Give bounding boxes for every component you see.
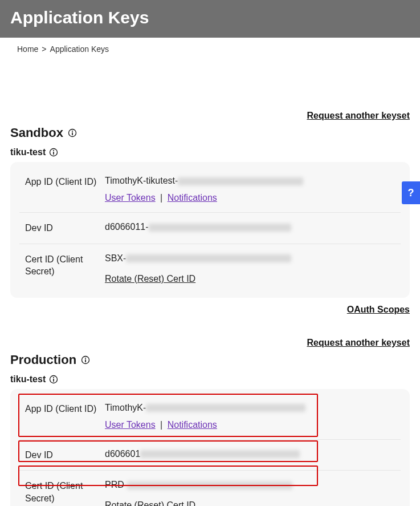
cert-id-label: Cert ID (Client Secret) xyxy=(25,480,105,506)
request-keyset-row: Request another keyset xyxy=(10,338,410,348)
request-keyset-row: Request another keyset xyxy=(10,111,410,121)
app-id-label: App ID (Client ID) xyxy=(25,176,105,203)
breadcrumb-home[interactable]: Home xyxy=(17,44,38,54)
masked-value xyxy=(178,177,303,185)
production-title: Production xyxy=(10,353,76,367)
cert-id-label: Cert ID (Client Secret) xyxy=(25,253,105,284)
app-id-label: App ID (Client ID) xyxy=(25,403,105,430)
svg-point-1 xyxy=(72,131,73,132)
sandbox-section: Request another keyset Sandbox tiku-test… xyxy=(10,111,410,315)
cert-id-value: SBX- Rotate (Reset) Cert ID xyxy=(105,253,395,284)
table-row: Dev ID d606601 xyxy=(19,439,401,471)
masked-value xyxy=(140,450,300,458)
svg-rect-8 xyxy=(85,359,86,362)
svg-point-4 xyxy=(53,150,54,151)
table-row: App ID (Client ID) TimothyK-tikutest- Us… xyxy=(19,167,401,212)
oauth-scopes-row: OAuth Scopes xyxy=(10,305,410,315)
dev-id-value: d6066011- xyxy=(105,222,395,234)
page-title: Application Keys xyxy=(10,8,410,27)
breadcrumb: HomeApplication Keys xyxy=(0,38,420,60)
info-icon[interactable] xyxy=(68,128,77,137)
info-icon[interactable] xyxy=(49,375,58,384)
svg-point-7 xyxy=(85,358,86,359)
table-row: Dev ID d6066011- xyxy=(19,212,401,244)
user-tokens-link[interactable]: User Tokens xyxy=(105,420,156,430)
help-tab[interactable]: ? xyxy=(402,181,420,204)
breadcrumb-current: Application Keys xyxy=(38,44,109,54)
table-row: Cert ID (Client Secret) PRD- Rotate (Res… xyxy=(19,470,401,506)
sandbox-app-name: tiku-test xyxy=(10,147,46,157)
sandbox-title-row: Sandbox xyxy=(10,126,410,140)
dev-id-value: d606601 xyxy=(105,449,395,462)
info-icon[interactable] xyxy=(49,148,58,157)
svg-rect-5 xyxy=(53,152,54,155)
sandbox-card: App ID (Client ID) TimothyK-tikutest- Us… xyxy=(10,162,410,298)
masked-value xyxy=(146,404,305,412)
svg-rect-2 xyxy=(72,132,73,135)
cert-id-value: PRD- Rotate (Reset) Cert ID xyxy=(105,480,395,506)
sandbox-title: Sandbox xyxy=(10,126,63,140)
app-id-value: TimothyK- User Tokens | Notifications xyxy=(105,403,395,430)
notifications-link[interactable]: Notifications xyxy=(168,193,217,203)
request-keyset-link[interactable]: Request another keyset xyxy=(307,111,410,120)
page-header: Application Keys xyxy=(0,0,420,38)
production-card: App ID (Client ID) TimothyK- User Tokens… xyxy=(10,389,410,506)
rotate-cert-link[interactable]: Rotate (Reset) Cert ID xyxy=(105,500,195,506)
help-icon: ? xyxy=(408,187,414,199)
production-app-name-row: tiku-test xyxy=(10,374,410,384)
masked-value xyxy=(126,254,291,262)
svg-point-10 xyxy=(53,377,54,378)
notifications-link[interactable]: Notifications xyxy=(168,420,217,430)
sandbox-app-name-row: tiku-test xyxy=(10,147,410,157)
rotate-cert-link[interactable]: Rotate (Reset) Cert ID xyxy=(105,274,195,284)
table-row: App ID (Client ID) TimothyK- User Tokens… xyxy=(19,394,401,439)
production-app-name: tiku-test xyxy=(10,374,46,384)
dev-id-label: Dev ID xyxy=(25,222,105,234)
app-id-value: TimothyK-tikutest- User Tokens | Notific… xyxy=(105,176,395,203)
svg-rect-11 xyxy=(53,379,54,382)
dev-id-label: Dev ID xyxy=(25,449,105,462)
table-row: Cert ID (Client Secret) SBX- Rotate (Res… xyxy=(19,244,401,293)
info-icon[interactable] xyxy=(81,355,90,365)
masked-value xyxy=(149,224,291,232)
user-tokens-link[interactable]: User Tokens xyxy=(105,193,156,203)
oauth-scopes-link[interactable]: OAuth Scopes xyxy=(347,305,410,314)
production-section: Request another keyset Production tiku-t… xyxy=(10,338,410,506)
production-title-row: Production xyxy=(10,353,410,367)
request-keyset-link[interactable]: Request another keyset xyxy=(307,338,410,347)
masked-value xyxy=(127,481,292,489)
